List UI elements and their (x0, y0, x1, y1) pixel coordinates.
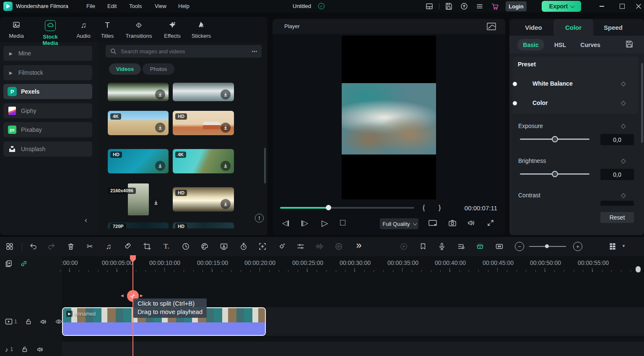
stock-thumb-tropical-coast[interactable]: 4K (173, 149, 234, 173)
collapse-sidebar-icon[interactable]: ‹ (85, 216, 87, 225)
tab-photos[interactable]: Photos (143, 63, 174, 75)
audio-notes-icon[interactable]: ♫ (104, 242, 113, 251)
stock-thumb-night-waves[interactable]: HD (173, 222, 234, 228)
menu-view[interactable]: View (151, 1, 170, 11)
source-filmstock[interactable]: ▶ Filmstock (3, 65, 92, 80)
exposure-value[interactable]: 0,0 (600, 134, 634, 145)
download-icon[interactable] (221, 89, 231, 99)
subtab-basic[interactable]: Basic (517, 39, 544, 50)
seek-handle[interactable] (326, 205, 331, 210)
menu-help[interactable]: Help (175, 1, 193, 11)
tab-effects[interactable]: Effects (161, 20, 184, 39)
minimize-button[interactable] (597, 2, 606, 11)
quick-split-mode-icon[interactable] (475, 242, 485, 251)
audio-track-mute-icon[interactable] (35, 345, 44, 354)
source-mine[interactable]: ▶ Mine (3, 46, 92, 61)
tab-videos[interactable]: Videos (109, 63, 141, 75)
timeline-scrollbar-thumb[interactable] (636, 266, 641, 272)
tab-video[interactable]: Video (514, 19, 553, 36)
search-input[interactable] (120, 48, 248, 55)
audio-sync-icon[interactable] (334, 242, 343, 251)
contrast-value[interactable] (600, 201, 634, 206)
snapshot-icon[interactable] (448, 219, 457, 227)
media-view-icon[interactable] (5, 242, 14, 251)
undo-icon[interactable] (29, 242, 38, 251)
redo-icon[interactable] (47, 242, 56, 251)
play-button[interactable]: ▷ (322, 218, 328, 228)
stock-thumb-beach[interactable]: 4K (108, 111, 169, 135)
marker-shield-icon[interactable] (418, 242, 428, 251)
download-icon[interactable] (221, 161, 231, 171)
stock-thumb-people-portrait[interactable]: 2160x4096 (108, 183, 169, 215)
timeline-ruler[interactable]: :00:00 00:00:05:00 00:00:10:00 00:00:15:… (62, 257, 644, 273)
split-scissors-icon[interactable]: ✂ (85, 242, 94, 251)
tab-stickers[interactable]: Stickers (190, 20, 213, 39)
tab-media[interactable]: Media (8, 20, 25, 39)
download-icon[interactable] (155, 89, 165, 99)
properties-scrollbar[interactable] (641, 63, 643, 143)
speed-icon[interactable] (181, 242, 190, 251)
render-preview-icon[interactable] (399, 242, 408, 251)
paste-target-icon[interactable] (4, 259, 13, 268)
tab-stock-media[interactable]: Stock Media (35, 20, 65, 50)
subtab-hsl[interactable]: HSL (551, 39, 570, 50)
video-track-lock-icon[interactable] (24, 317, 33, 326)
stock-thumb-camper-van[interactable]: HD (173, 111, 234, 135)
volume-icon[interactable] (467, 219, 475, 227)
tab-speed[interactable]: Speed (593, 19, 633, 36)
stop-button[interactable]: □ (340, 217, 345, 228)
tab-audio[interactable]: ♫ Audio (74, 20, 93, 39)
subtab-curves[interactable]: Curves (577, 39, 603, 50)
download-icon[interactable] (155, 123, 165, 133)
zoom-out-icon[interactable]: − (515, 242, 524, 251)
stock-thumb-sunset-grass[interactable]: HD (173, 187, 234, 212)
track-manager-icon[interactable] (608, 242, 617, 251)
stock-scrollbar[interactable] (264, 148, 266, 183)
timeline-zoom-knob[interactable] (545, 244, 549, 248)
source-giphy[interactable]: Giphy (3, 103, 92, 118)
maximize-button[interactable] (618, 2, 627, 11)
download-icon[interactable] (221, 199, 231, 209)
tab-color[interactable]: Color (553, 19, 593, 36)
seek-bar[interactable] (280, 207, 414, 209)
stock-thumb-waterfall[interactable] (108, 83, 169, 101)
delete-icon[interactable] (66, 242, 75, 251)
download-icon[interactable] (151, 198, 161, 208)
search-bar[interactable]: ••• (106, 45, 262, 58)
prev-frame-button[interactable]: ◁ (282, 219, 289, 228)
video-track-mute-icon[interactable] (39, 317, 48, 326)
save-preset-icon[interactable] (625, 40, 634, 48)
white-balance-keyframe-icon[interactable]: ◇ (621, 80, 626, 87)
color-keyframe-icon[interactable]: ◇ (621, 99, 626, 107)
stock-thumb-palm-water[interactable]: HD (108, 149, 169, 173)
stock-thumb-dark-sea[interactable]: 720P (108, 222, 169, 228)
download-icon[interactable] (155, 161, 165, 171)
crop-icon[interactable] (143, 242, 152, 251)
toolbar-more-icon[interactable]: » (354, 241, 364, 250)
info-icon[interactable]: ! (255, 214, 264, 222)
text-tool-icon[interactable]: T. (162, 242, 171, 251)
close-button[interactable] (634, 2, 643, 11)
adjust-icon[interactable] (296, 242, 305, 251)
brightness-slider-knob[interactable] (552, 171, 558, 177)
upload-icon[interactable] (460, 2, 469, 11)
source-pixabay[interactable]: px Pixabay (3, 122, 92, 137)
save-icon[interactable] (444, 2, 453, 11)
timeline-zoom-slider[interactable] (529, 246, 566, 247)
color-palette-icon[interactable] (200, 242, 209, 251)
search-more-icon[interactable]: ••• (252, 49, 257, 54)
stock-thumb-ocean-waves[interactable] (173, 83, 234, 101)
mark-out-icon[interactable]: } (439, 204, 441, 212)
fullscreen-icon[interactable] (486, 219, 495, 227)
source-unsplash[interactable]: Unsplash (3, 141, 92, 157)
export-button[interactable]: Export (542, 1, 581, 12)
duration-stopwatch-icon[interactable] (239, 242, 248, 251)
mirror-display-icon[interactable] (428, 219, 437, 228)
layout-icon[interactable] (425, 2, 434, 11)
audio-mixer-icon[interactable] (457, 242, 466, 251)
exposure-keyframe-icon[interactable]: ◇ (621, 122, 626, 130)
next-frame-button[interactable]: ▷ (301, 219, 308, 228)
marker-tag-icon[interactable] (123, 242, 132, 251)
voiceover-mic-icon[interactable] (437, 242, 447, 251)
quality-dropdown[interactable]: Full Quality (380, 218, 418, 229)
